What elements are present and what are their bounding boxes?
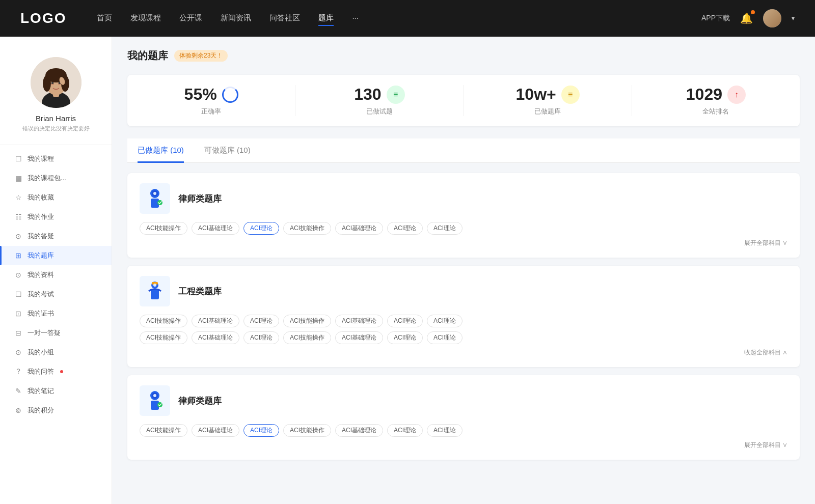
sidebar-item-我的课程包...[interactable]: ▦我的课程包...	[0, 169, 112, 188]
tag2-1-3[interactable]: ACI技能操作	[283, 331, 331, 344]
stat-icon-2: ≡	[561, 86, 580, 104]
tag-0-0[interactable]: ACI技能操作	[140, 222, 187, 235]
sidebar-user-motto: 错误的决定比没有决定要好	[22, 125, 90, 132]
sidebar-item-我的积分[interactable]: ⊚我的积分	[0, 401, 112, 420]
sidebar-item-label: 我的作业	[28, 212, 54, 221]
logo[interactable]: LOGO	[20, 10, 66, 26]
sidebar-item-我的证书[interactable]: ⊡我的证书	[0, 304, 112, 323]
stat-label-1: 已做试题	[366, 107, 393, 116]
bank-card-title-1: 工程类题库	[178, 286, 222, 297]
message-icon: ⊟	[14, 329, 22, 337]
navbar-menu-item[interactable]: 新闻资讯	[221, 11, 251, 26]
svg-point-20	[153, 284, 156, 287]
users-icon: ⊙	[14, 271, 22, 279]
navbar-menu-item[interactable]: 发现课程	[130, 11, 161, 26]
svg-point-5	[43, 75, 51, 92]
sidebar-profile: Brian Harris 错误的决定比没有决定要好	[0, 47, 112, 145]
sidebar-item-我的收藏[interactable]: ☆我的收藏	[0, 188, 112, 207]
tag-1-2[interactable]: ACI理论	[243, 315, 279, 327]
tag-1-1[interactable]: ACI基础理论	[192, 315, 239, 327]
tag2-1-0[interactable]: ACI技能操作	[140, 331, 187, 344]
navbar-menu-item[interactable]: 题库	[318, 11, 334, 26]
tab-1[interactable]: 可做题库 (10)	[204, 138, 251, 163]
tag2-1-2[interactable]: ACI理论	[243, 331, 279, 344]
navbar-menu-item[interactable]: 首页	[97, 11, 112, 26]
tag-2-3[interactable]: ACI技能操作	[283, 424, 331, 437]
tag-2-1[interactable]: ACI基础理论	[192, 424, 239, 437]
tag-0-2[interactable]: ACI理论	[243, 222, 279, 235]
award-icon: ⊡	[14, 310, 22, 318]
tag2-1-5[interactable]: ACI理论	[387, 331, 423, 344]
main-content: 我的题库 体验剩余23天！ 55%正确率130≡已做试题10w+≡已做题库102…	[112, 37, 815, 504]
sidebar-item-我的笔记[interactable]: ✎我的笔记	[0, 381, 112, 401]
collapse-link-1[interactable]: 收起全部科目 ∧	[140, 348, 787, 357]
tag-2-6[interactable]: ACI理论	[427, 424, 463, 437]
sidebar-item-我的小组[interactable]: ⊙我的小组	[0, 343, 112, 362]
sidebar-item-label: 我的证书	[28, 309, 54, 318]
tag-0-6[interactable]: ACI理论	[427, 222, 463, 235]
sidebar-item-我的答疑[interactable]: ⊙我的答疑	[0, 227, 112, 246]
tag2-1-6[interactable]: ACI理论	[427, 331, 463, 344]
tag-2-2[interactable]: ACI理论	[243, 424, 279, 437]
sidebar-item-一对一答疑[interactable]: ⊟一对一答疑	[0, 323, 112, 343]
tag-0-5[interactable]: ACI理论	[387, 222, 423, 235]
tag2-1-4[interactable]: ACI基础理论	[335, 331, 383, 344]
sidebar-item-label: 我的课程	[28, 154, 54, 163]
tag-2-0[interactable]: ACI技能操作	[140, 424, 187, 437]
sidebar-item-我的资料[interactable]: ⊙我的资料	[0, 265, 112, 285]
tag-1-5[interactable]: ACI理论	[387, 315, 423, 327]
account-dropdown-arrow[interactable]: ▾	[792, 15, 795, 22]
navbar-menu-item[interactable]: 公开课	[179, 11, 202, 26]
sidebar-item-我的问答[interactable]: ？我的问答	[0, 362, 112, 381]
tag2-1-1[interactable]: ACI基础理论	[192, 331, 239, 344]
sidebar-avatar	[31, 57, 82, 108]
trial-badge: 体验剩余23天！	[174, 50, 228, 62]
stat-label-3: 全站排名	[702, 107, 729, 116]
navbar-menu-item[interactable]: ···	[352, 11, 359, 26]
stat-item-1: 130≡已做试题	[295, 85, 464, 116]
sidebar-item-我的题库[interactable]: ⊞我的题库	[0, 246, 112, 265]
bank-card-header-0: 律师类题库	[140, 183, 787, 214]
group-icon: ⊙	[14, 348, 22, 356]
stat-icon-0	[222, 87, 238, 103]
tag-1-4[interactable]: ACI基础理论	[335, 315, 383, 327]
svg-point-24	[153, 394, 156, 397]
sidebar-item-我的考试[interactable]: ☐我的考试	[0, 285, 112, 304]
expand-link-2[interactable]: 展开全部科目 ∨	[140, 441, 787, 450]
notification-dot	[60, 370, 63, 373]
tag-0-1[interactable]: ACI基础理论	[192, 222, 239, 235]
svg-point-15	[153, 192, 156, 195]
tag-1-6[interactable]: ACI理论	[427, 315, 463, 327]
tag-0-4[interactable]: ACI基础理论	[335, 222, 383, 235]
navbar-menu-item[interactable]: 问答社区	[269, 11, 300, 26]
navbar-menu: 首页发现课程公开课新闻资讯问答社区题库···	[97, 11, 701, 26]
page-wrapper: Brian Harris 错误的决定比没有决定要好 ☐我的课程▦我的课程包...…	[0, 37, 815, 504]
stat-icon-3: ↑	[727, 86, 746, 104]
tag-2-4[interactable]: ACI基础理论	[335, 424, 383, 437]
sidebar-user-name: Brian Harris	[36, 114, 76, 123]
sidebar: Brian Harris 错误的决定比没有决定要好 ☐我的课程▦我的课程包...…	[0, 37, 112, 504]
bank-card-avatar-2	[140, 385, 170, 416]
stat-value-0: 55%	[184, 85, 217, 104]
tag-0-3[interactable]: ACI技能操作	[283, 222, 331, 235]
app-download-button[interactable]: APP下载	[701, 14, 730, 23]
tag-2-5[interactable]: ACI理论	[387, 424, 423, 437]
bank-card-tags-0: ACI技能操作ACI基础理论ACI理论ACI技能操作ACI基础理论ACI理论AC…	[140, 222, 787, 235]
sidebar-item-我的作业[interactable]: ☷我的作业	[0, 207, 112, 227]
tag-1-3[interactable]: ACI技能操作	[283, 315, 331, 327]
stats-row: 55%正确率130≡已做试题10w+≡已做题库1029↑全站排名	[127, 75, 800, 126]
sidebar-item-label: 我的收藏	[28, 193, 54, 202]
tab-0[interactable]: 已做题库 (10)	[138, 138, 184, 163]
navbar-right: APP下载 🔔 ▾	[701, 9, 795, 27]
avatar-image	[763, 9, 781, 27]
bell-icon: 🔔	[740, 13, 753, 24]
avatar[interactable]	[763, 9, 781, 27]
sidebar-item-label: 我的答疑	[28, 232, 54, 241]
expand-link-0[interactable]: 展开全部科目 ∨	[140, 239, 787, 247]
sidebar-divider	[0, 145, 112, 145]
sidebar-item-label: 我的资料	[28, 270, 54, 279]
sidebar-item-我的课程[interactable]: ☐我的课程	[0, 149, 112, 169]
tag-1-0[interactable]: ACI技能操作	[140, 315, 187, 327]
stat-item-3: 1029↑全站排名	[632, 85, 800, 116]
notification-bell[interactable]: 🔔	[740, 12, 753, 24]
